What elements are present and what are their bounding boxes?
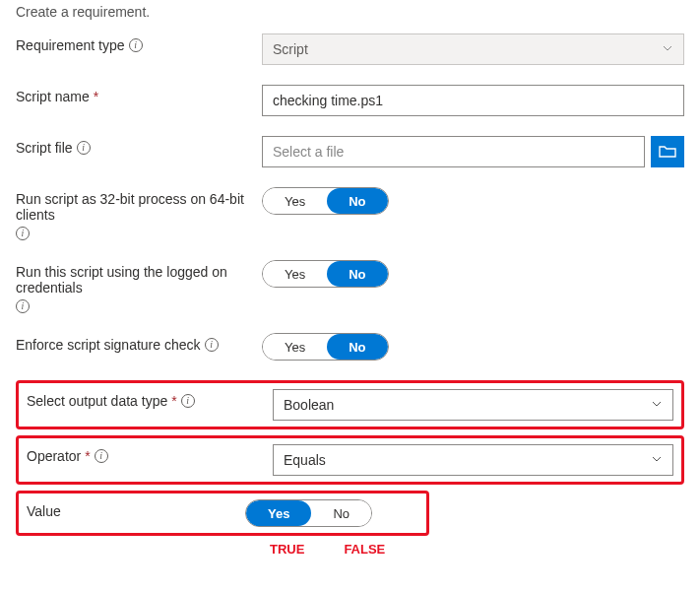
output-type-select[interactable]: Boolean xyxy=(273,389,673,421)
chevron-down-icon xyxy=(662,41,673,57)
operator-select[interactable]: Equals xyxy=(273,444,673,476)
toggle-no[interactable]: No xyxy=(327,188,387,214)
highlight-value: Value Yes No xyxy=(16,491,429,536)
field-run-32bit: Run script as 32-bit process on 64-bit c… xyxy=(16,187,684,240)
enforce-sig-toggle[interactable]: Yes No xyxy=(262,333,389,361)
field-output-type: Select output data type * i Boolean xyxy=(27,389,673,421)
toggle-no[interactable]: No xyxy=(311,500,371,526)
field-value: Value Yes No xyxy=(27,499,418,527)
info-icon[interactable]: i xyxy=(205,338,219,352)
script-file-input[interactable]: Select a file xyxy=(262,136,645,167)
run-32bit-toggle[interactable]: Yes No xyxy=(262,187,389,215)
required-asterisk: * xyxy=(171,393,176,409)
field-operator: Operator * i Equals xyxy=(27,444,673,476)
field-script-file: Script file i Select a file xyxy=(16,136,684,167)
info-icon[interactable]: i xyxy=(129,38,143,52)
folder-icon xyxy=(659,145,676,159)
operator-value: Equals xyxy=(284,452,326,468)
info-icon[interactable]: i xyxy=(16,299,30,313)
field-script-name: Script name * checking time.ps1 xyxy=(16,85,684,116)
chevron-down-icon xyxy=(651,397,663,413)
highlight-operator: Operator * i Equals xyxy=(16,435,684,485)
required-asterisk: * xyxy=(94,89,98,104)
output-type-label: Select output data type xyxy=(27,393,167,409)
required-asterisk: * xyxy=(85,448,90,464)
toggle-no[interactable]: No xyxy=(327,261,387,287)
run-logged-on-toggle[interactable]: Yes No xyxy=(262,260,389,288)
highlight-output-type: Select output data type * i Boolean xyxy=(16,380,684,429)
script-file-placeholder: Select a file xyxy=(273,144,344,160)
info-icon[interactable]: i xyxy=(181,394,195,408)
info-icon[interactable]: i xyxy=(16,227,30,240)
chevron-down-icon xyxy=(651,452,663,468)
enforce-sig-label: Enforce script signature check xyxy=(16,337,201,353)
requirement-type-select: Script xyxy=(262,33,684,65)
annotation-row: TRUE FALSE xyxy=(270,542,684,557)
requirement-type-value: Script xyxy=(273,41,308,57)
value-label: Value xyxy=(27,503,61,519)
browse-file-button[interactable] xyxy=(651,136,684,167)
toggle-no[interactable]: No xyxy=(327,334,387,360)
annotation-false: FALSE xyxy=(344,542,385,557)
toggle-yes[interactable]: Yes xyxy=(263,334,327,360)
run-logged-on-label: Run this script using the logged on cred… xyxy=(16,264,262,296)
field-enforce-sig: Enforce script signature check i Yes No xyxy=(16,333,684,361)
field-run-logged-on: Run this script using the logged on cred… xyxy=(16,260,684,313)
toggle-yes[interactable]: Yes xyxy=(263,188,327,214)
run-32bit-label: Run script as 32-bit process on 64-bit c… xyxy=(16,191,262,223)
script-name-input[interactable]: checking time.ps1 xyxy=(262,85,684,116)
output-type-value: Boolean xyxy=(284,397,334,413)
script-file-label: Script file xyxy=(16,140,73,156)
toggle-yes[interactable]: Yes xyxy=(263,261,327,287)
info-icon[interactable]: i xyxy=(95,449,108,463)
requirement-type-label: Requirement type xyxy=(16,37,125,53)
info-icon[interactable]: i xyxy=(77,141,91,155)
field-requirement-type: Requirement type i Script xyxy=(16,33,684,65)
annotation-true: TRUE xyxy=(270,542,304,557)
script-name-value: checking time.ps1 xyxy=(273,93,383,108)
script-name-label: Script name xyxy=(16,89,90,104)
operator-label: Operator xyxy=(27,448,81,464)
page-title: Create a requirement. xyxy=(16,4,684,20)
toggle-yes[interactable]: Yes xyxy=(246,500,311,526)
value-toggle[interactable]: Yes No xyxy=(245,499,372,527)
